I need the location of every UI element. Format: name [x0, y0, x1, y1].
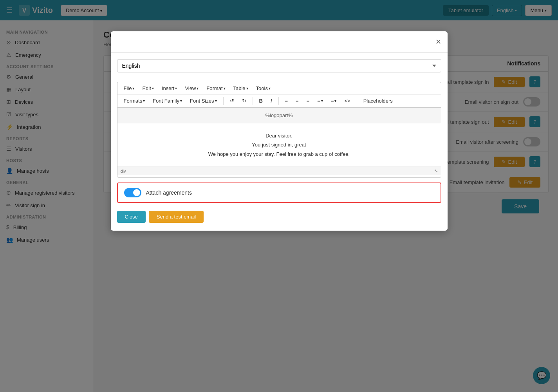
toolbar-align-center-button[interactable]: ≡: [293, 96, 302, 105]
modal-body: English Dutch French German File ▾ Edit …: [111, 53, 448, 231]
toolbar-list-unordered-button[interactable]: ≡ ▾: [328, 96, 340, 105]
modal-overlay: ✕ English Dutch French German File ▾ Edi…: [0, 0, 558, 392]
toolbar-separator3: [278, 97, 279, 105]
toolbar-view-button[interactable]: View ▾: [182, 84, 202, 93]
editor-resize-handle[interactable]: ⤡: [434, 168, 438, 173]
toolbar-align-right-button[interactable]: ≡: [303, 96, 313, 105]
toolbar-row-formatting: Formats ▾ Font Family ▾ Font Sizes ▾ ↺ ↻…: [117, 95, 441, 107]
editor-content[interactable]: Dear visitor, You just signed in, great …: [117, 123, 441, 166]
toolbar-file-button[interactable]: File ▾: [121, 84, 138, 93]
send-test-email-button[interactable]: Send a test email: [149, 211, 204, 223]
editor-status-bar: div ⤡: [117, 166, 441, 175]
editor-area[interactable]: %logopart% Dear visitor, You just signed…: [117, 107, 441, 178]
toolbar-formats-button[interactable]: Formats ▾: [121, 96, 148, 105]
editor-toolbar: File ▾ Edit ▾ Insert ▾ View ▾ Format ▾ T…: [117, 82, 441, 107]
toolbar-separator4: [357, 97, 357, 105]
attach-agreements-label: Attach agreements: [146, 190, 192, 196]
toolbar-redo-button[interactable]: ↻: [239, 96, 249, 105]
editor-line2: You just signed in, great: [125, 140, 433, 149]
attach-agreements-toggle-slider: [124, 188, 141, 197]
toolbar-align-left-button[interactable]: ≡: [282, 96, 291, 105]
attach-agreements-toggle[interactable]: [124, 188, 141, 197]
toolbar-placeholders-button[interactable]: Placeholders: [360, 96, 396, 105]
editor-tag: div: [121, 169, 126, 173]
toolbar-tools-button[interactable]: Tools ▾: [253, 84, 274, 93]
toolbar-insert-button[interactable]: Insert ▾: [159, 84, 181, 93]
editor-line3: We hope you enjoy your stay. Feel free t…: [125, 150, 433, 159]
close-modal-button[interactable]: Close: [117, 211, 146, 223]
modal-header: ✕: [111, 31, 448, 53]
toolbar-table-button[interactable]: Table ▾: [230, 84, 251, 93]
attach-agreements-row: Attach agreements: [117, 182, 441, 203]
toolbar-edit-button[interactable]: Edit ▾: [139, 84, 157, 93]
language-select[interactable]: English Dutch French German: [117, 59, 441, 72]
editor-logo-bar: %logopart%: [117, 108, 441, 123]
toolbar-font-family-button[interactable]: Font Family ▾: [150, 96, 185, 105]
modal-footer: Close Send a test email: [117, 208, 441, 224]
email-editor-modal: ✕ English Dutch French German File ▾ Edi…: [111, 31, 448, 231]
toolbar-list-ordered-button[interactable]: ≡ ▾: [314, 96, 326, 105]
toolbar-italic-button[interactable]: I: [267, 96, 275, 105]
modal-close-button[interactable]: ✕: [435, 38, 441, 46]
toolbar-bold-button[interactable]: B: [256, 96, 266, 105]
toolbar-separator: [223, 97, 224, 105]
logo-placeholder-text: %logopart%: [265, 112, 293, 118]
toolbar-format-button[interactable]: Format ▾: [203, 84, 228, 93]
toolbar-code-button[interactable]: <>: [341, 96, 353, 105]
toolbar-font-sizes-button[interactable]: Font Sizes ▾: [187, 96, 220, 105]
editor-line1: Dear visitor,: [125, 131, 433, 140]
toolbar-row-menus: File ▾ Edit ▾ Insert ▾ View ▾ Format ▾ T…: [117, 82, 441, 95]
toolbar-undo-button[interactable]: ↺: [227, 96, 237, 105]
toolbar-separator2: [253, 97, 253, 105]
